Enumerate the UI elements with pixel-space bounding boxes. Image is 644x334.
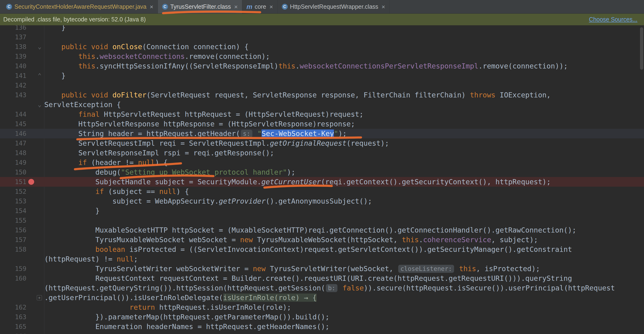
gutter[interactable] bbox=[26, 138, 44, 148]
code-text: (httpRequest.getQueryString()).httpSessi… bbox=[44, 283, 644, 293]
code-row[interactable]: 154 } bbox=[0, 206, 644, 216]
code-editor[interactable]: 136 }137138⌄ public void onClose(Connect… bbox=[0, 25, 644, 334]
gutter[interactable] bbox=[26, 235, 44, 245]
gutter[interactable]: ⌃ bbox=[26, 71, 44, 80]
gutter[interactable] bbox=[26, 177, 44, 187]
code-row[interactable]: 155 bbox=[0, 216, 644, 225]
choose-sources-link[interactable]: Choose Sources... bbox=[589, 16, 638, 23]
fold-up-icon[interactable]: ⌃ bbox=[38, 71, 42, 80]
code-row[interactable]: 157 TyrusMuxableWebSocket webSocket = ne… bbox=[0, 235, 644, 245]
code-row[interactable]: (httpRequest.getQueryString()).httpSessi… bbox=[0, 283, 644, 293]
gutter[interactable] bbox=[26, 196, 44, 206]
gutter[interactable] bbox=[26, 80, 44, 90]
gutter[interactable] bbox=[26, 158, 44, 167]
gutter[interactable] bbox=[26, 32, 44, 42]
code-row[interactable]: 152 if (subject == null) { bbox=[0, 187, 644, 196]
code-row[interactable]: 136 } bbox=[0, 25, 644, 32]
gutter[interactable] bbox=[26, 225, 44, 235]
code-row[interactable]: 148 ServletResponseImpl rspi = reqi.getR… bbox=[0, 148, 644, 158]
close-icon[interactable]: × bbox=[269, 4, 273, 10]
code-row[interactable]: 146 String header = httpRequest.getHeade… bbox=[0, 129, 644, 138]
gutter[interactable] bbox=[26, 245, 44, 254]
tab-label: SecurityContextHolderAwareRequestWrapper… bbox=[14, 3, 146, 10]
code-row[interactable]: 139 this.websocketConnections.remove(con… bbox=[0, 51, 644, 61]
gutter[interactable] bbox=[26, 322, 44, 332]
gutter[interactable] bbox=[26, 312, 44, 322]
code-row[interactable]: 159 TyrusServletWriter webSocketWriter =… bbox=[0, 264, 644, 274]
code-row[interactable]: 144 final HttpServletRequest httpRequest… bbox=[0, 109, 644, 119]
close-icon[interactable]: × bbox=[382, 4, 385, 10]
gutter[interactable]: + bbox=[26, 293, 44, 303]
line-number bbox=[0, 100, 26, 109]
gutter[interactable]: ⌄ bbox=[26, 100, 44, 109]
gutter[interactable] bbox=[26, 187, 44, 196]
line-number bbox=[0, 293, 26, 303]
gutter[interactable] bbox=[26, 332, 44, 334]
gutter[interactable] bbox=[26, 148, 44, 158]
tab-label: HttpServletRequestWrapper.class bbox=[290, 3, 378, 10]
code-text: this.websocketConnections.remove(connect… bbox=[44, 51, 644, 61]
code-row[interactable]: 143 public void doFilter(ServletRequest … bbox=[0, 90, 644, 100]
gutter[interactable] bbox=[26, 216, 44, 225]
code-row[interactable]: 138⌄ public void onClose(Connection conn… bbox=[0, 42, 644, 51]
line-number: 155 bbox=[0, 216, 26, 225]
gutter[interactable]: ⌄ bbox=[26, 42, 44, 51]
code-row[interactable]: 165 Enumeration headerNames = httpReques… bbox=[0, 322, 644, 332]
code-row[interactable]: 145 HttpServletResponse httpResponse = (… bbox=[0, 119, 644, 129]
code-text: }).parameterMap(httpRequest.getParameter… bbox=[44, 312, 644, 322]
code-row[interactable]: 149 if (header != null) { bbox=[0, 158, 644, 167]
scrollbar-thumb[interactable] bbox=[640, 27, 643, 70]
code-row[interactable]: 137 bbox=[0, 32, 644, 42]
close-icon[interactable]: × bbox=[234, 4, 238, 10]
gutter[interactable] bbox=[26, 119, 44, 129]
line-number: 150 bbox=[0, 167, 26, 177]
code-row[interactable]: 151 SubjectHandle subject = SecurityModu… bbox=[0, 177, 644, 187]
gutter[interactable] bbox=[26, 167, 44, 177]
code-row[interactable]: (httpRequest) != null; bbox=[0, 254, 644, 264]
code-row[interactable]: 162 return httpRequest.isUserInRole(role… bbox=[0, 303, 644, 312]
code-row[interactable]: 150 debug("Setting up WebSocket protocol… bbox=[0, 167, 644, 177]
code-row[interactable]: 140 this.syncHttpSessionIfAny((ServletRe… bbox=[0, 61, 644, 71]
code-row[interactable]: ⌄ServletException { bbox=[0, 100, 644, 109]
tab-core[interactable]: mcore× bbox=[242, 0, 278, 13]
code-row[interactable]: 166 bbox=[0, 332, 644, 334]
fold-down-icon[interactable]: ⌄ bbox=[38, 100, 42, 109]
code-text: if (header != null) { bbox=[44, 158, 644, 167]
gutter[interactable] bbox=[26, 61, 44, 71]
code-row[interactable]: 163 }).parameterMap(httpRequest.getParam… bbox=[0, 312, 644, 322]
gutter[interactable] bbox=[26, 254, 44, 264]
breakpoint-icon[interactable] bbox=[28, 179, 34, 185]
gutter[interactable] bbox=[26, 90, 44, 100]
line-number: 149 bbox=[0, 158, 26, 167]
gutter[interactable] bbox=[26, 51, 44, 61]
close-icon[interactable]: × bbox=[150, 4, 153, 10]
tab-securitycontextholderawarerequestwrapper-java[interactable]: CSecurityContextHolderAwareRequestWrappe… bbox=[2, 0, 158, 13]
gutter[interactable] bbox=[26, 283, 44, 293]
gutter[interactable] bbox=[26, 274, 44, 283]
code-row[interactable]: 156 MuxableSocketHTTP httpSocket = (Muxa… bbox=[0, 225, 644, 235]
fold-down-icon[interactable]: ⌄ bbox=[38, 42, 42, 51]
gutter[interactable] bbox=[26, 206, 44, 216]
tab-httpservletrequestwrapper-class[interactable]: CHttpServletRequestWrapper.class× bbox=[278, 0, 390, 13]
code-text: boolean isProtected = ((ServletInvocatio… bbox=[44, 245, 644, 254]
gutter[interactable] bbox=[26, 303, 44, 312]
code-row[interactable]: 158 boolean isProtected = ((ServletInvoc… bbox=[0, 245, 644, 254]
code-row[interactable]: 153 subject = WebAppSecurity.getProvider… bbox=[0, 196, 644, 206]
tab-tyrusservletfilter-class[interactable]: CTyrusServletFilter.class× bbox=[158, 0, 242, 13]
java-class-icon: C bbox=[6, 4, 12, 10]
code-row[interactable]: 141⌃ } bbox=[0, 71, 644, 80]
code-row[interactable]: 142 bbox=[0, 80, 644, 90]
gutter[interactable] bbox=[26, 264, 44, 274]
code-text: TyrusServletWriter webSocketWriter = new… bbox=[44, 264, 644, 274]
line-number: 143 bbox=[0, 90, 26, 100]
fold-expand-icon[interactable]: + bbox=[37, 295, 42, 300]
gutter[interactable] bbox=[26, 25, 44, 32]
code-row[interactable]: 160 RequestContext requestContext = Buil… bbox=[0, 274, 644, 283]
line-number: 137 bbox=[0, 32, 26, 42]
code-row[interactable]: +.getUserPrincipal()).isUserInRoleDelega… bbox=[0, 293, 644, 303]
gutter[interactable] bbox=[26, 129, 44, 138]
code-row[interactable]: 147 ServletRequestImpl reqi = ServletReq… bbox=[0, 138, 644, 148]
line-number: 152 bbox=[0, 187, 26, 196]
line-number: 159 bbox=[0, 264, 26, 274]
gutter[interactable] bbox=[26, 109, 44, 119]
